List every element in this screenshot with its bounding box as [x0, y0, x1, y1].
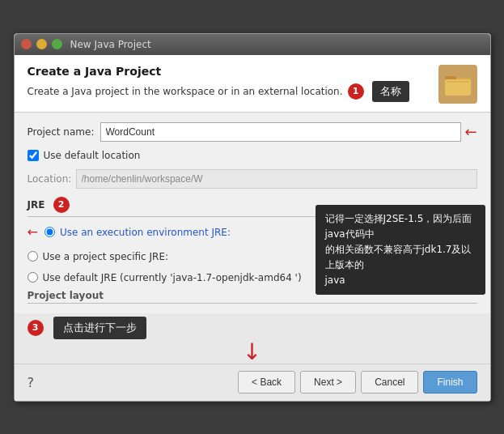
jre-option1-label: Use an execution environment JRE: [60, 227, 231, 238]
project-name-row: Project name: ← [28, 122, 477, 142]
form-content: Project name: ← Use default location Loc… [15, 113, 490, 364]
use-default-location-checkbox[interactable] [28, 150, 39, 161]
location-input[interactable] [76, 169, 477, 189]
minimize-button[interactable] [36, 39, 47, 49]
step3-annotation-area: 3 点击进行下一步 [15, 313, 490, 339]
folder-svg [443, 70, 472, 99]
next-button[interactable]: Next > [300, 371, 356, 394]
project-name-input[interactable] [100, 122, 462, 142]
footer-buttons: < Back Next > Cancel Finish [238, 371, 476, 394]
header-description: Create a Java project in the workspace o… [28, 86, 343, 97]
use-default-location-label: Use default location [44, 150, 141, 161]
step1-circle: 1 [348, 83, 364, 100]
jre-option3-radio[interactable] [28, 272, 38, 283]
jre-tooltip: 记得一定选择J2SE-1.5，因为后面java代码中的相关函数不兼容高于jdk1… [316, 205, 485, 296]
location-row: Location: [28, 169, 477, 189]
jre-option1-radio[interactable] [44, 227, 55, 237]
step3-circle: 3 [28, 320, 44, 336]
folder-icon [438, 65, 477, 104]
close-button[interactable] [21, 39, 32, 49]
arrow-to-input-icon: ← [464, 123, 476, 140]
arrow-to-radio-icon: ← [28, 224, 38, 240]
page-title: Create a Java Project [28, 65, 409, 78]
step2-circle: 2 [53, 197, 70, 213]
cancel-button[interactable]: Cancel [361, 371, 418, 394]
svg-rect-3 [447, 81, 469, 83]
jre-option2-radio[interactable] [28, 251, 38, 262]
footer: ? < Back Next > Cancel Finish [15, 364, 490, 401]
project-name-label: Project name: [28, 126, 100, 138]
header-left: Create a Java Project Create a Java proj… [28, 65, 409, 102]
finish-button[interactable]: Finish [423, 371, 476, 394]
help-button[interactable]: ? [28, 375, 35, 390]
jre-option3-label: Use default JRE (currently 'java-1.7-ope… [43, 272, 302, 283]
arrow-down-icon: ↓ [243, 341, 261, 364]
arrow-down-area: ↓ [15, 339, 490, 364]
location-label: Location: [28, 173, 76, 185]
tooltip-text: 记得一定选择J2SE-1.5，因为后面java代码中的相关函数不兼容高于jdk1… [325, 213, 472, 287]
title-bar: New Java Project [15, 34, 490, 55]
header-section: Create a Java Project Create a Java proj… [15, 55, 490, 113]
annotation-1: 名称 [372, 81, 409, 102]
jre-option2-label: Use a project specific JRE: [43, 251, 169, 262]
back-button[interactable]: < Back [238, 371, 295, 394]
window-title: New Java Project [70, 39, 151, 50]
form-section: Project name: ← Use default location Loc… [15, 113, 490, 313]
maximize-button[interactable] [52, 39, 62, 49]
jre-section: JRE 2 记得一定选择J2SE-1.5，因为后面java代码中的相关函数不兼容… [28, 197, 477, 283]
new-java-project-window: New Java Project Create a Java Project C… [14, 33, 491, 402]
step3-text: 点击进行下一步 [53, 317, 146, 339]
use-default-location-row: Use default location [28, 150, 477, 161]
